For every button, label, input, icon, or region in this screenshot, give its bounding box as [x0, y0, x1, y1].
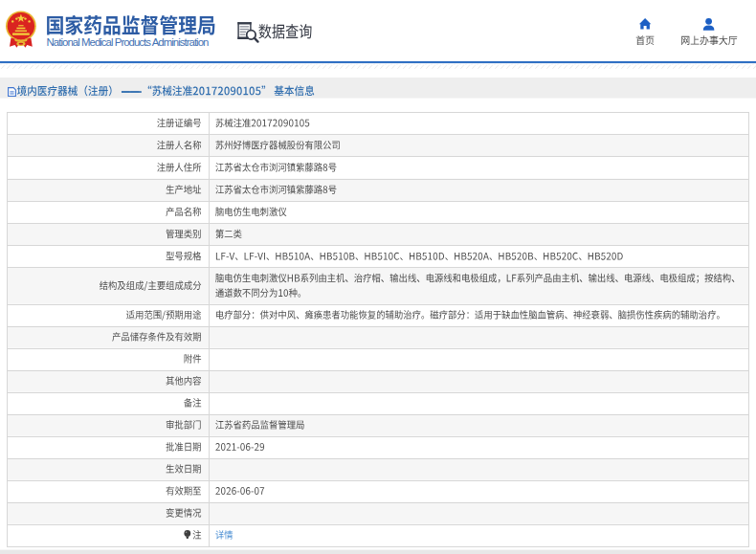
svg-text:National Medical Products Admi: National Medical Products Administration — [47, 36, 210, 48]
